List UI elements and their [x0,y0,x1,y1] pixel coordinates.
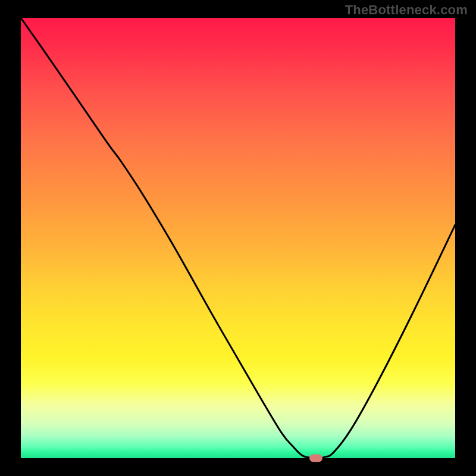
watermark-text: TheBottleneck.com [345,2,468,18]
chart-frame: TheBottleneck.com [0,0,476,476]
bottleneck-curve [21,18,455,458]
optimal-point-marker [309,455,322,462]
plot-area [21,18,455,458]
